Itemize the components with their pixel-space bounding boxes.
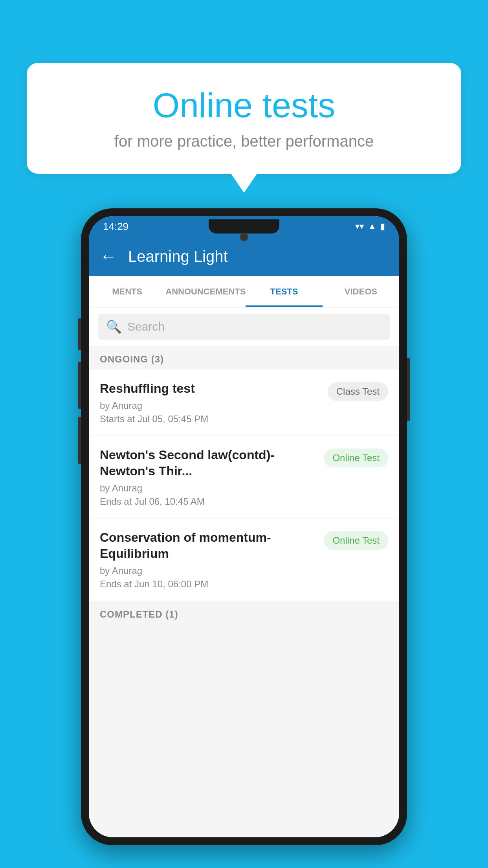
test-time-newton: Ends at Jul 06, 10:45 AM [100,496,317,507]
tabs-bar: MENTS ANNOUNCEMENTS TESTS VIDEOS [89,276,399,307]
phone-notch [209,219,279,234]
test-card-conservation[interactable]: Conservation of momentum-Equilibrium by … [89,519,399,601]
back-button[interactable]: ← [100,246,117,266]
app-bar: ← Learning Light [89,237,399,276]
phone-screen: 14:29 ▾▾ ▲ ▮ ← Learning Light MENTS ANNO… [89,216,399,837]
bubble-title: Online tests [58,86,430,125]
search-icon: 🔍 [106,319,122,334]
tab-videos[interactable]: VIDEOS [323,276,399,307]
section-completed-header: COMPLETED (1) [89,601,399,625]
test-by-reshuffling: by Anurag [100,400,321,411]
phone-button-vol-down [78,362,81,409]
tab-ments[interactable]: MENTS [89,276,165,307]
tab-announcements[interactable]: ANNOUNCEMENTS [165,276,246,307]
search-input[interactable]: Search [127,320,165,333]
status-icons: ▾▾ ▲ ▮ [355,221,385,232]
battery-icon: ▮ [380,221,385,232]
status-time: 14:29 [103,221,128,233]
phone-button-power [407,358,410,421]
test-card-newton[interactable]: Newton's Second law(contd)-Newton's Thir… [89,436,399,519]
phone-frame: 14:29 ▾▾ ▲ ▮ ← Learning Light MENTS ANNO… [81,208,407,845]
wifi-icon: ▾▾ [355,221,364,232]
section-ongoing-header: ONGOING (3) [89,346,399,370]
test-time-reshuffling: Starts at Jul 05, 05:45 PM [100,414,321,425]
test-by-conservation: by Anurag [100,565,317,576]
test-badge-newton: Online Test [324,449,388,467]
test-badge-reshuffling: Class Test [328,382,388,401]
test-badge-conservation: Online Test [324,531,388,550]
test-info-conservation: Conservation of momentum-Equilibrium by … [100,530,317,590]
speech-bubble: Online tests for more practice, better p… [27,63,461,174]
test-by-newton: by Anurag [100,483,317,494]
search-container: 🔍 Search [89,307,399,346]
phone-button-silent [78,417,81,464]
search-input-wrap[interactable]: 🔍 Search [98,314,390,340]
bubble-subtitle: for more practice, better performance [58,132,430,150]
tab-tests[interactable]: TESTS [246,276,322,307]
test-time-conservation: Ends at Jun 10, 06:00 PM [100,579,317,590]
test-info-newton: Newton's Second law(contd)-Newton's Thir… [100,447,317,507]
app-title: Learning Light [128,248,228,265]
test-name-reshuffling: Reshuffling test [100,381,321,397]
test-name-conservation: Conservation of momentum-Equilibrium [100,530,317,562]
phone-button-vol-up [78,318,81,350]
signal-icon: ▲ [368,221,376,232]
content-area: ONGOING (3) Reshuffling test by Anurag S… [89,346,399,837]
test-info-reshuffling: Reshuffling test by Anurag Starts at Jul… [100,381,321,425]
test-name-newton: Newton's Second law(contd)-Newton's Thir… [100,447,317,480]
test-card-reshuffling[interactable]: Reshuffling test by Anurag Starts at Jul… [89,370,399,436]
phone-camera [240,233,248,241]
